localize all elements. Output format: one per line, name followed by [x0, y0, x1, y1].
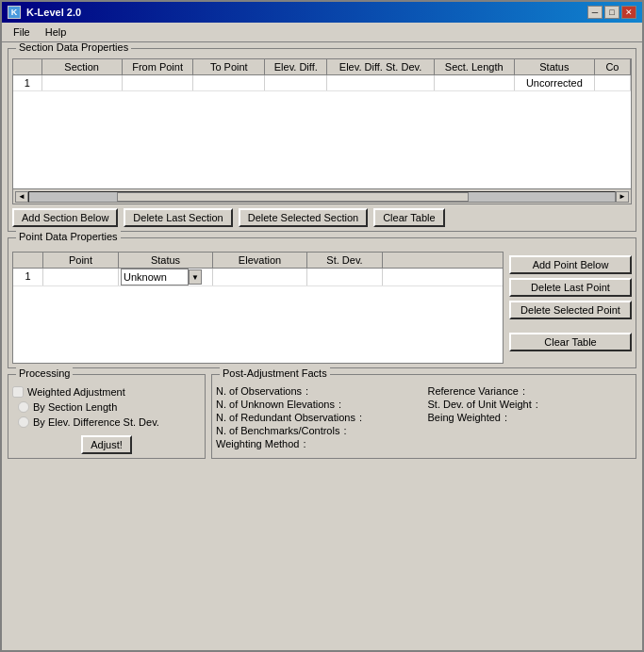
delete-selected-point-button[interactable]: Delete Selected Point: [509, 301, 632, 319]
row-elev-diff[interactable]: [265, 75, 327, 90]
by-section-length-label: By Section Length: [33, 401, 117, 413]
point-row-stdev[interactable]: [307, 269, 383, 285]
fact-label-r1: Reference Variance: [428, 385, 519, 397]
point-clear-table-button[interactable]: Clear Table: [509, 333, 632, 351]
fact-colon-4: :: [343, 425, 346, 436]
fact-colon-r3: :: [504, 412, 507, 423]
minimize-button[interactable]: ─: [587, 6, 603, 19]
section-col-from: From Point: [123, 59, 194, 74]
post-adjustment-group: Post-Adjustment Facts N. of Observations…: [211, 374, 636, 459]
title-bar: K K-Level 2.0 ─ □ ✕: [2, 2, 642, 23]
section-clear-table-button[interactable]: Clear Table: [373, 208, 444, 227]
add-section-button[interactable]: Add Section Below: [12, 208, 118, 227]
section-col-section: Section: [42, 59, 123, 74]
row-co[interactable]: [595, 75, 631, 90]
section-data-title: Section Data Properties: [16, 42, 131, 53]
point-table-body: 1 Unknown Known ▼: [13, 269, 503, 363]
menubar: File Help: [2, 23, 642, 42]
fact-row-3: N. of Redundant Observations :: [216, 411, 421, 424]
section-col-num: [13, 59, 42, 74]
point-table-header: Point Status Elevation St. Dev.: [13, 253, 503, 269]
point-table-area: Point Status Elevation St. Dev. 1: [12, 246, 504, 364]
adjust-button[interactable]: Adjust!: [81, 435, 132, 454]
fact-colon-r1: :: [522, 385, 525, 397]
section-h-scrollbar-row: ◄ ►: [13, 188, 631, 204]
point-col-num: [13, 253, 43, 268]
bottom-row: Processing Weighted Adjustment By Sectio…: [8, 374, 636, 459]
by-elev-diff-label: By Elev. Difference St. Dev.: [33, 416, 159, 428]
point-data-group: Point Data Properties Point Status Eleva…: [8, 237, 636, 368]
row-sect-len[interactable]: [435, 75, 515, 90]
post-adjustment-title: Post-Adjustment Facts: [220, 367, 330, 379]
section-button-row: Add Section Below Delete Last Section De…: [12, 208, 632, 227]
maximize-button[interactable]: □: [604, 6, 619, 19]
fact-row-r1: Reference Variance :: [428, 384, 633, 398]
processing-title: Processing: [16, 367, 73, 379]
section-data-group: Section Data Properties Section From Poi…: [8, 48, 636, 232]
fact-colon-2: :: [339, 399, 341, 410]
fact-label-r2: St. Dev. of Unit Weight: [428, 399, 532, 410]
delete-selected-section-button[interactable]: Delete Selected Section: [239, 208, 368, 227]
fact-label-2: N. of Unknown Elevations: [216, 399, 335, 410]
fact-label-1: N. of Observations: [216, 385, 302, 397]
scroll-right-arrow[interactable]: ►: [616, 191, 629, 203]
scroll-left-arrow[interactable]: ◄: [15, 191, 28, 203]
point-col-point: Point: [43, 253, 119, 268]
row-to[interactable]: [193, 75, 265, 90]
row-status: Uncorrected: [515, 75, 595, 90]
status-select[interactable]: Unknown Known: [121, 269, 189, 285]
by-elev-diff-radio[interactable]: [18, 416, 29, 428]
by-elev-diff-row: By Elev. Difference St. Dev.: [12, 415, 201, 430]
weighted-adjustment-checkbox[interactable]: [12, 386, 24, 398]
fact-row-r2: St. Dev. of Unit Weight :: [428, 398, 633, 411]
weighted-adjustment-row: Weighted Adjustment: [12, 384, 201, 399]
row-from[interactable]: [123, 75, 194, 90]
menu-file[interactable]: File: [6, 24, 38, 40]
processing-group: Processing Weighted Adjustment By Sectio…: [8, 374, 206, 459]
weighted-adjustment-label: Weighted Adjustment: [27, 386, 125, 398]
post-adj-left: N. of Observations : N. of Unknown Eleva…: [216, 384, 421, 450]
delete-last-section-button[interactable]: Delete Last Section: [124, 208, 232, 227]
section-table-body: 1 Uncorrected: [13, 75, 631, 188]
section-table-header: Section From Point To Point Elev. Diff. …: [13, 59, 631, 75]
table-row: 1 Uncorrected: [13, 75, 631, 91]
add-point-button[interactable]: Add Point Below: [509, 255, 632, 274]
close-button[interactable]: ✕: [621, 6, 636, 19]
dropdown-arrow-icon[interactable]: ▼: [189, 269, 202, 285]
point-data-inner: Point Status Elevation St. Dev. 1: [12, 246, 632, 364]
row-num: 1: [13, 75, 42, 90]
point-row-status[interactable]: Unknown Known ▼: [119, 269, 213, 285]
fact-row-2: N. of Unknown Elevations :: [216, 398, 421, 411]
delete-last-point-button[interactable]: Delete Last Point: [509, 278, 632, 297]
point-row-num: 1: [13, 269, 43, 285]
section-col-length: Sect. Length: [435, 59, 515, 74]
fact-colon-r2: :: [536, 399, 538, 410]
point-table: Point Status Elevation St. Dev. 1: [12, 252, 504, 364]
point-col-stdev: St. Dev.: [307, 253, 383, 268]
menu-help[interactable]: Help: [38, 24, 74, 40]
row-elev-st-dev[interactable]: [327, 75, 434, 90]
section-col-co: Co: [595, 59, 631, 74]
fact-row-1: N. of Observations :: [216, 384, 421, 398]
section-col-elev-st: Elev. Diff. St. Dev.: [327, 59, 434, 74]
fact-colon-5: :: [303, 438, 305, 449]
fact-row-5: Weighting Method :: [216, 437, 421, 450]
fact-label-r3: Being Weighted: [428, 412, 501, 423]
section-h-scrollbar[interactable]: [28, 191, 616, 203]
window-controls: ─ □ ✕: [587, 6, 636, 19]
point-col-status: Status: [119, 253, 213, 268]
point-row-elevation[interactable]: [213, 269, 307, 285]
scroll-thumb: [117, 192, 469, 202]
fact-label-4: N. of Benchmarks/Controls: [216, 425, 339, 436]
section-col-elev: Elev. Diff.: [265, 59, 327, 74]
point-row-point[interactable]: [43, 269, 119, 285]
table-row: 1 Unknown Known ▼: [13, 269, 503, 286]
point-data-title: Point Data Properties: [16, 231, 121, 242]
row-section[interactable]: [42, 75, 123, 90]
by-section-length-radio[interactable]: [18, 401, 29, 413]
by-section-length-row: By Section Length: [12, 399, 201, 415]
title-bar-left: K K-Level 2.0: [8, 6, 81, 19]
fact-row-4: N. of Benchmarks/Controls :: [216, 424, 421, 437]
section-col-status: Status: [515, 59, 595, 74]
app-icon: K: [8, 6, 21, 19]
